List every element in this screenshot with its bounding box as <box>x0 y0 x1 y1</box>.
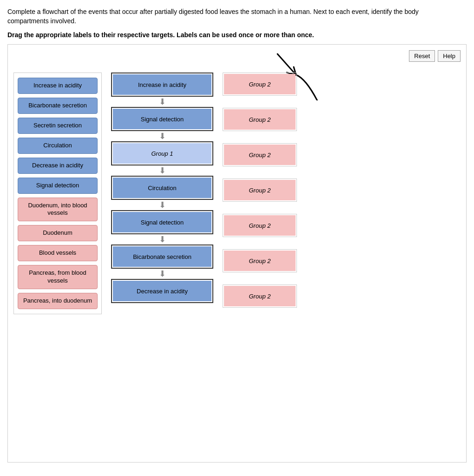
label-pancreas-from-blood[interactable]: Pancreas, from blood vessels <box>18 265 98 289</box>
group-box-1-wrapper: Group 2 <box>223 73 297 96</box>
group-spacer-1 <box>223 96 297 108</box>
label-duodenum-blood[interactable]: Duodenum, into blood vessels <box>18 198 98 222</box>
flow-step-5-wrapper: Signal detection <box>111 210 213 234</box>
arrow-2: ⬇ <box>159 132 166 140</box>
group-box-3[interactable]: Group 2 <box>224 145 296 165</box>
arrow-4: ⬇ <box>159 201 166 209</box>
flow-step-4[interactable]: Circulation <box>113 178 211 198</box>
group-spacer-4 <box>223 202 297 214</box>
arrow-5: ⬇ <box>159 235 166 244</box>
group-box-7-wrapper: Group 2 <box>223 284 297 308</box>
group-box-6[interactable]: Group 2 <box>224 251 296 271</box>
label-signal-detection[interactable]: Signal detection <box>18 178 98 194</box>
group-box-6-wrapper: Group 2 <box>223 249 297 272</box>
drag-instruction: Drag the appropriate labels to their res… <box>7 31 467 39</box>
instruction-body: Complete a flowchart of the events that … <box>7 8 419 25</box>
label-duodenum[interactable]: Duodenum <box>18 225 98 241</box>
label-circulation[interactable]: Circulation <box>18 138 98 154</box>
main-container: Reset Help Increase in acidity Bicarbona… <box>7 44 467 463</box>
help-button[interactable]: Help <box>438 50 461 62</box>
label-decrease-acidity[interactable]: Decrease in acidity <box>18 158 98 174</box>
label-increase-acidity[interactable]: Increase in acidity <box>18 78 98 94</box>
label-bicarbonate-secretion[interactable]: Bicarbonate secretion <box>18 98 98 114</box>
group-box-2[interactable]: Group 2 <box>224 109 296 130</box>
flow-step-3-wrapper: Group 1 <box>111 141 213 165</box>
flow-step-7-wrapper: Decrease in acidity <box>111 279 213 303</box>
flow-step-6-wrapper: Bicarbonate secretion <box>111 245 213 269</box>
flow-steps-column: Increase in acidity ⬇ Signal detection ⬇… <box>111 73 213 303</box>
group-box-1[interactable]: Group 2 <box>224 74 296 94</box>
flow-step-5[interactable]: Signal detection <box>113 212 211 232</box>
flow-area: Increase in acidity ⬇ Signal detection ⬇… <box>102 73 461 314</box>
flow-step-3[interactable]: Group 1 <box>113 143 211 164</box>
group-column: Group 2 Group 2 Group 2 Group 2 <box>223 73 297 308</box>
arrow-3: ⬇ <box>159 166 166 175</box>
group-box-2-wrapper: Group 2 <box>223 108 297 131</box>
group-box-4-wrapper: Group 2 <box>223 178 297 202</box>
group-spacer-5 <box>223 237 297 249</box>
group-spacer-3 <box>223 166 297 178</box>
label-column: Increase in acidity Bicarbonate secretio… <box>13 73 102 314</box>
reset-button[interactable]: Reset <box>409 50 435 62</box>
arrow-1: ⬇ <box>159 98 166 106</box>
flow-step-6[interactable]: Bicarbonate secretion <box>113 246 211 267</box>
group-box-4[interactable]: Group 2 <box>224 180 296 200</box>
group-spacer-6 <box>223 272 297 284</box>
label-secretin-secretion[interactable]: Secretin secretion <box>18 118 98 134</box>
group-spacer-2 <box>223 131 297 143</box>
flow-step-4-wrapper: Circulation <box>111 176 213 200</box>
label-pancreas-into-duodenum[interactable]: Pancreas, into duodenum <box>18 293 98 309</box>
group-box-5-wrapper: Group 2 <box>223 214 297 237</box>
group-box-7[interactable]: Group 2 <box>224 286 296 306</box>
arrow-6: ⬇ <box>159 270 166 278</box>
flow-step-1-wrapper: Increase in acidity <box>111 73 213 97</box>
label-blood-vessels[interactable]: Blood vessels <box>18 245 98 261</box>
flow-step-7[interactable]: Decrease in acidity <box>113 281 211 301</box>
instructions-text: Complete a flowchart of the events that … <box>7 7 454 26</box>
top-buttons: Reset Help <box>409 50 461 62</box>
flow-step-2[interactable]: Signal detection <box>113 109 211 129</box>
group-box-3-wrapper: Group 2 <box>223 143 297 166</box>
group-box-5[interactable]: Group 2 <box>224 215 296 236</box>
flow-step-2-wrapper: Signal detection <box>111 107 213 131</box>
flow-step-1[interactable]: Increase in acidity <box>113 74 211 95</box>
content-area: Increase in acidity Bicarbonate secretio… <box>13 73 461 314</box>
